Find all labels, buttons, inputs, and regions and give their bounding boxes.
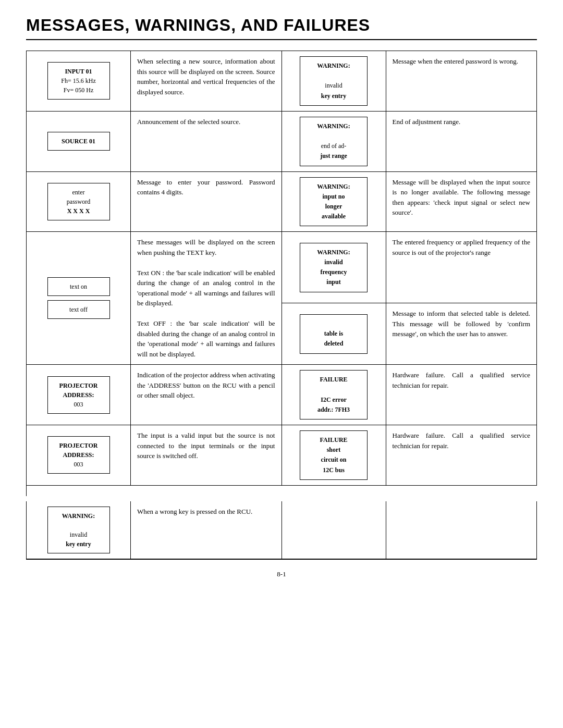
screen-line3: Fv= 050 Hz	[54, 85, 103, 95]
desc-row2: Announcement of the selected source.	[131, 112, 282, 172]
screen-warning-rcu: WARNING: invalid key entry	[27, 501, 131, 559]
screen-warning-line3: key entry	[54, 539, 103, 549]
explain-row2: End of adjustment range.	[386, 112, 537, 172]
warning-row4a: WARNING: invalid frequency input	[282, 232, 386, 303]
screen-projector-line1: PROJECTOR	[54, 381, 103, 390]
warning-row2: WARNING: end of ad- just range	[282, 112, 386, 172]
empty-explain-row7	[386, 501, 537, 559]
screen-text-on: text on	[47, 277, 110, 296]
desc-row3: Message to enter your password. Password…	[131, 172, 282, 232]
screen-projector2-line2: ADDRESS:	[54, 450, 103, 460]
spacer4	[386, 486, 537, 496]
warning-row4b: table is deleted	[282, 303, 386, 365]
screen-text-off: text off	[47, 300, 110, 319]
screen-xxxx: X X X X	[54, 206, 103, 216]
warning-row5: FAILURE I2C error addr.: 7FH3	[282, 365, 386, 425]
page-title: MESSAGES, WARNINGS, AND FAILURES	[26, 16, 537, 40]
explain-row6: Hardware failure. Call a qualified servi…	[386, 425, 537, 486]
explain-row4a: The entered frequency or applied frequen…	[386, 232, 537, 303]
screen-line2: Fh= 15.6 kHz	[54, 76, 103, 85]
desc-row6: The input is a valid input but the sourc…	[131, 425, 282, 486]
screen-source01: SOURCE 01	[27, 112, 131, 172]
explain-row5: Hardware failure. Call a qualified servi…	[386, 365, 537, 425]
screen-warning-line2: invalid	[54, 530, 103, 539]
screen-projector-line2: ADDRESS:	[54, 390, 103, 400]
spacer	[27, 486, 131, 496]
page-number: 8-1	[26, 570, 537, 578]
screen-projector-line3: 003	[54, 400, 103, 409]
screen-projector-addr2: PROJECTOR ADDRESS: 003	[27, 425, 131, 486]
desc-row5: Indication of the projector address when…	[131, 365, 282, 425]
screen-warning-label: WARNING:	[54, 511, 103, 521]
desc-row1: When selecting a new source, information…	[131, 51, 282, 112]
screen-projector-addr1: PROJECTOR ADDRESS: 003	[27, 365, 131, 425]
screen-projector2-line1: PROJECTOR	[54, 441, 103, 450]
spacer2	[131, 486, 282, 496]
warning-row6: FAILURE short circuit on 12C bus	[282, 425, 386, 486]
screen-text-group: text on text off	[27, 232, 131, 365]
desc-row7: When a wrong key is pressed on the RCU.	[131, 501, 282, 559]
spacer3	[282, 486, 386, 496]
empty-warning-row7	[282, 501, 386, 559]
explain-row4b: Message to inform that selected table is…	[386, 303, 537, 365]
screen-enter: enter	[54, 188, 103, 197]
screen-password: enter password X X X X	[27, 172, 131, 232]
desc-row4: These messages will be displayed on the …	[131, 232, 282, 365]
screen-source-line1: SOURCE 01	[54, 137, 103, 146]
warning-row1: WARNING: invalid key entry	[282, 51, 386, 112]
screen-projector2-line3: 003	[54, 460, 103, 469]
screen-password-label: password	[54, 197, 103, 206]
explain-row3: Message will be displayed when the input…	[386, 172, 537, 232]
explain-row1: Message when the entered password is wro…	[386, 51, 537, 112]
screen-input01: INPUT 01 Fh= 15.6 kHz Fv= 050 Hz	[27, 51, 131, 112]
warning-row3: WARNING: input no longer available	[282, 172, 386, 232]
screen-line1: INPUT 01	[54, 67, 103, 76]
